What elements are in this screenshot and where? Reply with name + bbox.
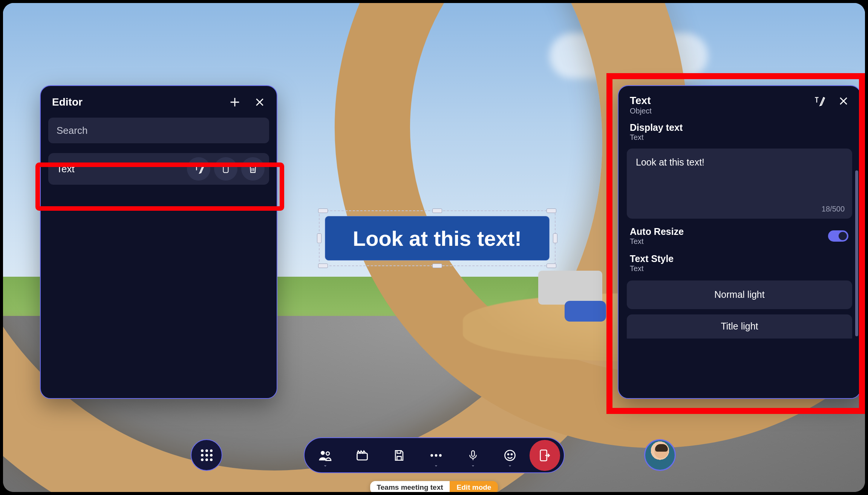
auto-resize-sub: Text	[630, 237, 684, 246]
more-button[interactable]: ⌄	[419, 440, 453, 470]
resize-handle[interactable]	[547, 264, 556, 268]
svg-point-10	[511, 454, 512, 455]
text-style-sub: Text	[630, 264, 849, 273]
svg-point-4	[431, 454, 433, 457]
resize-handle[interactable]	[317, 233, 321, 243]
resize-handle[interactable]	[432, 208, 442, 213]
editor-item-text[interactable]: Text	[48, 153, 269, 185]
status-room-name: Teams meeting text	[370, 481, 450, 492]
auto-resize-label: Auto Resize	[630, 226, 684, 237]
editor-item-label: Text	[57, 163, 75, 175]
status-pill: Teams meeting text Edit mode	[370, 481, 498, 492]
avatar-button[interactable]	[644, 439, 676, 471]
edit-name-button[interactable]	[813, 95, 825, 107]
scene-text-content: Look at this text!	[353, 226, 522, 251]
svg-point-6	[439, 454, 442, 457]
editor-panel-title: Editor	[52, 96, 83, 108]
text-style-section: Text Style Text	[618, 253, 860, 275]
svg-rect-7	[472, 451, 475, 456]
chevron-down-icon: ⌄	[434, 462, 438, 467]
svg-point-2	[326, 452, 330, 455]
clapperboard-button[interactable]	[345, 440, 380, 470]
chevron-down-icon: ⌄	[508, 462, 512, 467]
resize-handle[interactable]	[318, 208, 328, 213]
chevron-down-icon: ⌄	[471, 462, 475, 467]
text-style-option-normal-light[interactable]: Normal light	[627, 280, 852, 309]
duplicate-button[interactable]	[214, 157, 237, 181]
save-button[interactable]	[382, 440, 416, 470]
properties-subtitle: Object	[630, 107, 652, 115]
microphone-button[interactable]: ⌄	[456, 440, 490, 470]
svg-point-5	[435, 454, 438, 457]
scene-text-selection[interactable]: Look at this text!	[319, 210, 556, 266]
text-style-label: Text Style	[630, 253, 849, 264]
editor-panel-header: Editor	[41, 86, 277, 116]
auto-resize-toggle[interactable]	[828, 230, 848, 242]
search-input[interactable]: Search	[48, 118, 269, 143]
properties-scrollbar[interactable]	[855, 170, 858, 336]
rename-button[interactable]	[187, 157, 210, 181]
text-style-option-label: Normal light	[714, 289, 764, 300]
app-menu-button[interactable]	[191, 439, 222, 471]
resize-handle[interactable]	[318, 264, 328, 268]
char-count: 18/500	[822, 205, 845, 213]
search-placeholder: Search	[57, 125, 87, 136]
editor-panel: Editor Search Text	[40, 85, 277, 399]
svg-rect-3	[357, 453, 367, 460]
svg-point-1	[321, 451, 325, 455]
properties-header: Text Object	[618, 86, 860, 122]
display-text-value: Look at this text!	[636, 157, 704, 167]
close-button[interactable]	[838, 95, 849, 107]
cushion-grey	[538, 271, 602, 305]
resize-handle[interactable]	[547, 208, 556, 213]
scene-viewport: Look at this text! Editor Search	[3, 3, 865, 492]
display-text-sub: Text	[630, 133, 849, 142]
grid-icon	[201, 449, 213, 461]
svg-point-8	[505, 450, 515, 460]
auto-resize-row: Auto Resize Text	[627, 226, 852, 246]
people-button[interactable]: ⌄	[308, 440, 343, 470]
add-button[interactable]	[228, 96, 241, 109]
display-text-section: Display text Text	[618, 122, 860, 144]
svg-point-9	[508, 454, 509, 455]
display-text-input[interactable]: Look at this text! 18/500	[627, 149, 852, 219]
resize-handle[interactable]	[553, 233, 557, 243]
status-mode-badge: Edit mode	[450, 481, 498, 492]
properties-panel: Text Object Display text Text Look at th…	[618, 85, 861, 399]
resize-handle[interactable]	[432, 264, 442, 268]
reactions-button[interactable]: ⌄	[493, 440, 527, 470]
svg-rect-0	[224, 165, 228, 173]
close-button[interactable]	[254, 97, 265, 108]
delete-button[interactable]	[241, 157, 265, 181]
properties-title: Text	[630, 95, 652, 107]
leave-button[interactable]	[530, 440, 560, 471]
text-style-option-title-light[interactable]: Title light	[627, 314, 852, 339]
display-text-label: Display text	[630, 122, 849, 133]
chevron-down-icon: ⌄	[323, 462, 327, 467]
text-style-option-label: Title light	[721, 321, 758, 332]
bottom-toolbar: ⌄ ⌄ ⌄ ⌄	[304, 437, 565, 473]
scene-text-object[interactable]: Look at this text!	[325, 216, 550, 261]
cushion-blue	[565, 301, 606, 322]
